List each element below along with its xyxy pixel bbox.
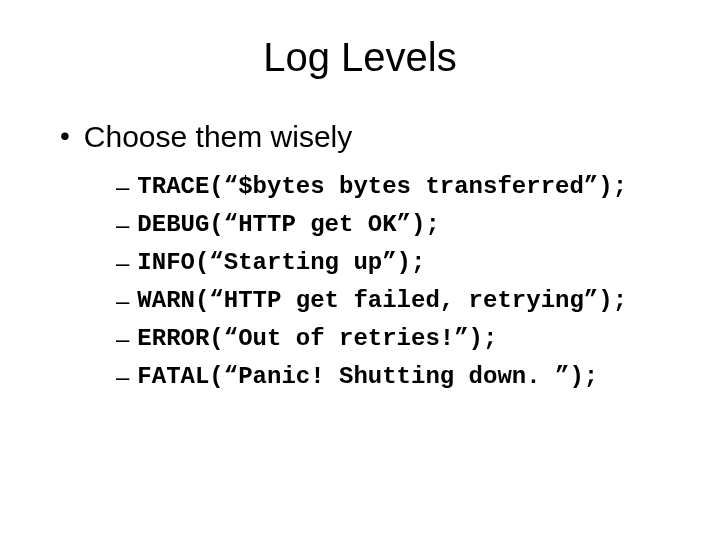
bullet-dot-icon: • [60, 120, 70, 152]
list-item: – WARN(“HTTP get failed, retrying”); [116, 286, 680, 316]
slide-container: Log Levels • Choose them wisely – TRACE(… [0, 0, 720, 540]
list-item: – INFO(“Starting up”); [116, 248, 680, 278]
dash-icon: – [116, 172, 129, 202]
slide-title: Log Levels [40, 35, 680, 80]
dash-icon: – [116, 210, 129, 240]
code-line: DEBUG(“HTTP get OK”); [137, 210, 439, 240]
code-line: WARN(“HTTP get failed, retrying”); [137, 286, 627, 316]
dash-icon: – [116, 324, 129, 354]
list-item: – DEBUG(“HTTP get OK”); [116, 210, 680, 240]
code-line: TRACE(“$bytes bytes transferred”); [137, 172, 627, 202]
main-bullet-text: Choose them wisely [84, 120, 352, 154]
list-item: – FATAL(“Panic! Shutting down. ”); [116, 362, 680, 392]
code-line: FATAL(“Panic! Shutting down. ”); [137, 362, 598, 392]
code-list: – TRACE(“$bytes bytes transferred”); – D… [116, 172, 680, 392]
dash-icon: – [116, 248, 129, 278]
code-line: ERROR(“Out of retries!”); [137, 324, 497, 354]
dash-icon: – [116, 286, 129, 316]
dash-icon: – [116, 362, 129, 392]
code-line: INFO(“Starting up”); [137, 248, 425, 278]
main-bullet: • Choose them wisely [60, 120, 680, 154]
list-item: – TRACE(“$bytes bytes transferred”); [116, 172, 680, 202]
list-item: – ERROR(“Out of retries!”); [116, 324, 680, 354]
